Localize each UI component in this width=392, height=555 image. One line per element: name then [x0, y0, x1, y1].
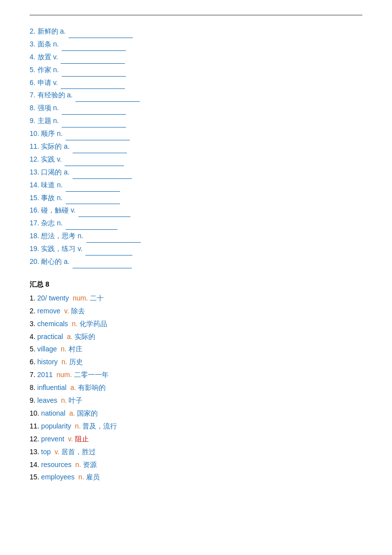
vocab-pos: a.	[71, 384, 77, 391]
fill-item: 12. 实践 v.	[30, 153, 362, 166]
vocab-pos: n.	[78, 473, 84, 481]
vocab-num: 6.	[30, 358, 36, 366]
vocab-meaning: 二十	[90, 294, 104, 302]
vocab-list-item: 4. practical a. 实际的	[30, 331, 362, 343]
vocab-pos: num.	[73, 294, 88, 302]
vocab-word: remove	[38, 307, 61, 315]
vocab-num: 8.	[30, 384, 36, 391]
fill-item: 2. 新鲜的 a.	[30, 25, 362, 38]
vocab-meaning: 资源	[83, 461, 97, 469]
fill-item: 15. 事故 n.	[30, 192, 362, 205]
vocab-word: 2011	[38, 371, 53, 379]
vocab-section: 1. 20/ twenty num. 二十2. remove v. 除去3. c…	[30, 292, 362, 484]
vocab-pos: v.	[68, 435, 73, 443]
vocab-num: 2.	[30, 307, 36, 315]
vocab-pos: a.	[67, 333, 73, 341]
vocab-meaning: 村庄	[69, 345, 82, 353]
vocab-num: 3.	[30, 320, 36, 328]
vocab-num: 9.	[30, 396, 36, 404]
vocab-list-item: 5. village n. 村庄	[30, 343, 362, 356]
fill-section: 2. 新鲜的 a. 3. 面条 n. 4. 放置 v. 5. 作家 n. 6. …	[30, 25, 362, 268]
fill-item: 7. 有经验的 a.	[30, 89, 362, 102]
vocab-num: 1.	[30, 294, 36, 302]
fill-item: 19. 实践，练习 v.	[30, 243, 362, 256]
vocab-list-item: 11. popularity n. 普及，流行	[30, 420, 362, 433]
vocab-list-item: 8. influential a. 有影响的	[30, 382, 362, 394]
vocab-word: employees	[41, 473, 75, 481]
vocab-num: 4.	[30, 333, 36, 341]
fill-item: 10. 顺序 n.	[30, 128, 362, 140]
vocab-pos: n.	[61, 396, 67, 404]
fill-item: 11. 实际的 a.	[30, 140, 362, 153]
vocab-num: 10.	[30, 409, 39, 417]
vocab-list-item: 3. chemicals n. 化学药品	[30, 318, 362, 331]
vocab-num: 7.	[30, 371, 36, 379]
vocab-meaning: 实际的	[75, 333, 95, 341]
fill-item: 4. 放置 v.	[30, 51, 362, 64]
vocab-pos: n.	[62, 358, 68, 366]
vocab-list-item: 1. 20/ twenty num. 二十	[30, 292, 362, 305]
vocab-num: 5.	[30, 345, 36, 353]
vocab-list-item: 6. history n. 历史	[30, 356, 362, 369]
top-divider	[30, 15, 362, 15]
vocab-list-item: 10. national a. 国家的	[30, 407, 362, 420]
vocab-pos: num.	[57, 371, 72, 379]
vocab-meaning: 雇员	[86, 473, 100, 481]
vocab-num: 15.	[30, 473, 39, 481]
vocab-word: practical	[38, 333, 63, 341]
vocab-num: 11.	[30, 422, 39, 430]
fill-item: 16. 碰，触碰 v.	[30, 204, 362, 217]
vocab-meaning: 居首，胜过	[61, 448, 96, 456]
vocab-list-item: 14. resources n. 资源	[30, 459, 362, 471]
vocab-pos: n.	[75, 422, 81, 430]
vocab-pos: n.	[72, 320, 78, 328]
fill-item: 20. 耐心的 a.	[30, 256, 362, 268]
fill-item: 17. 杂志 n.	[30, 217, 362, 230]
vocab-pos: n.	[76, 461, 81, 469]
vocab-word: 20/ twenty	[38, 294, 69, 302]
vocab-meaning: 化学药品	[79, 320, 107, 328]
vocab-word: national	[41, 409, 65, 417]
vocab-meaning: 有影响的	[78, 384, 106, 391]
fill-item: 14. 味道 n.	[30, 179, 362, 192]
vocab-num: 14.	[30, 461, 39, 469]
vocab-pos: v.	[55, 448, 60, 456]
vocab-pos: a.	[69, 409, 75, 417]
fill-item: 13. 口渴的 a.	[30, 166, 362, 179]
vocab-num: 13.	[30, 448, 39, 456]
vocab-list-item: 2. remove v. 除去	[30, 305, 362, 318]
fill-item: 5. 作家 n.	[30, 64, 362, 77]
fill-item: 6. 申请 v.	[30, 77, 362, 89]
vocab-meaning: 叶子	[69, 396, 82, 404]
vocab-list-item: 9. leaves n. 叶子	[30, 394, 362, 407]
fill-item: 9. 主题 n.	[30, 115, 362, 128]
vocab-meaning: 普及，流行	[82, 422, 117, 430]
vocab-word: leaves	[38, 396, 57, 404]
vocab-word: prevent	[41, 435, 64, 443]
vocab-word: popularity	[41, 422, 71, 430]
vocab-meaning: 二零一一年	[74, 371, 109, 379]
vocab-pos: n.	[61, 345, 67, 353]
vocab-meaning: 除去	[71, 307, 85, 315]
vocab-word: history	[38, 358, 58, 366]
vocab-list-item: 15. employees n. 雇员	[30, 471, 362, 484]
vocab-list-item: 12. prevent v. 阻止	[30, 433, 362, 446]
vocab-word: resources	[41, 461, 71, 469]
vocab-word: influential	[38, 384, 67, 391]
vocab-meaning: 历史	[69, 358, 83, 366]
vocab-word: chemicals	[38, 320, 68, 328]
fill-item: 3. 面条 n.	[30, 38, 362, 51]
vocab-pos: v.	[64, 307, 69, 315]
vocab-num: 12.	[30, 435, 39, 443]
vocab-list-item: 13. top v. 居首，胜过	[30, 446, 362, 459]
fill-item: 18. 想法，思考 n.	[30, 230, 362, 243]
vocab-word: village	[38, 345, 57, 353]
vocab-word: top	[41, 448, 50, 456]
fill-item: 8. 强项 n.	[30, 102, 362, 115]
section-title: 汇总 8	[30, 280, 362, 289]
vocab-meaning: 阻止	[75, 435, 89, 443]
vocab-list-item: 7. 2011 num. 二零一一年	[30, 369, 362, 382]
vocab-meaning: 国家的	[77, 409, 98, 417]
